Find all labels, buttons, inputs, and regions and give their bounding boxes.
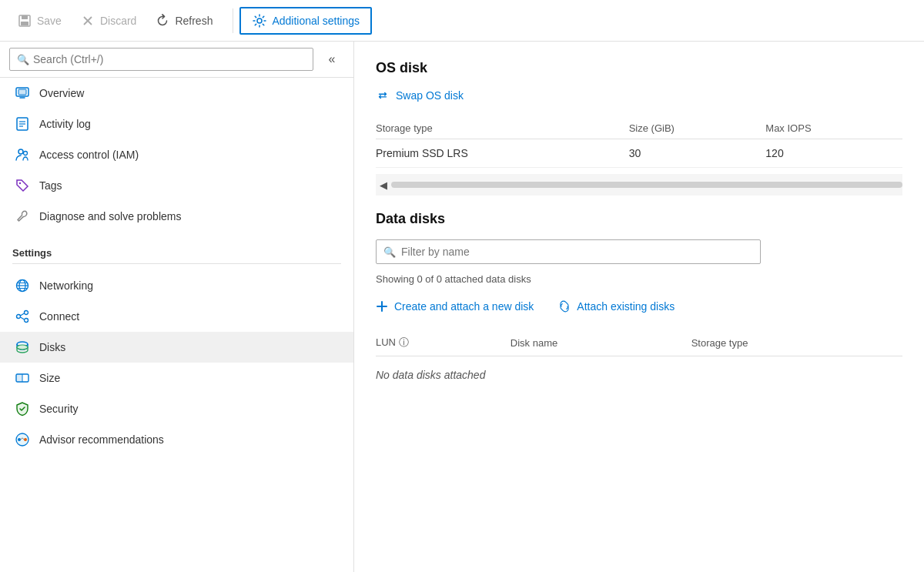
security-icon <box>15 401 30 416</box>
os-disk-table: Storage type Size (GiB) Max IOPS Premium… <box>376 118 902 168</box>
wrench-icon <box>15 209 30 224</box>
sidebar-item-diagnose[interactable]: Diagnose and solve problems <box>0 201 353 232</box>
cell-max-iops: 120 <box>765 139 902 168</box>
svg-rect-31 <box>16 374 22 382</box>
sidebar-label-diagnose: Diagnose and solve problems <box>39 210 181 222</box>
settings-section-header: Settings <box>0 235 353 263</box>
discard-button[interactable]: Discard <box>72 8 144 33</box>
filter-input-wrap: 🔍 <box>376 239 902 264</box>
action-buttons: Create and attach a new disk Attach exis… <box>376 300 902 313</box>
filter-by-name-input[interactable] <box>376 239 761 264</box>
sidebar-item-connect[interactable]: Connect <box>0 301 353 332</box>
sidebar-label-security: Security <box>39 403 79 415</box>
sidebar-item-networking[interactable]: Networking <box>0 270 353 301</box>
data-col-disk-name: Disk name <box>511 331 691 356</box>
sidebar-label-size: Size <box>39 372 60 384</box>
sidebar-label-connect: Connect <box>39 310 79 323</box>
toolbar: Save Discard Refresh Additional settings <box>0 0 924 42</box>
svg-point-24 <box>25 319 28 323</box>
search-input[interactable] <box>9 48 313 71</box>
refresh-icon <box>155 13 170 28</box>
scroll-left-button[interactable]: ◀ <box>376 177 391 192</box>
cell-storage-type: Premium SSD LRS <box>376 139 629 168</box>
svg-point-14 <box>18 149 23 154</box>
sidebar-label-advisor: Advisor recommendations <box>39 433 164 446</box>
col-size: Size (GiB) <box>629 118 766 139</box>
os-disk-title: OS disk <box>376 60 902 76</box>
no-disks-text: No data disks attached <box>376 356 902 394</box>
data-disks-table: LUN ⓘ Disk name Storage type No data dis… <box>376 331 902 393</box>
sidebar-item-access-control[interactable]: Access control (IAM) <box>0 139 353 170</box>
create-attach-disk-button[interactable]: Create and attach a new disk <box>376 300 534 313</box>
svg-rect-1 <box>22 15 28 19</box>
sidebar: 🔍 « Overview <box>0 42 354 572</box>
attach-existing-disks-button[interactable]: Attach existing disks <box>558 300 675 313</box>
main-layout: 🔍 « Overview <box>0 42 924 572</box>
settings-divider <box>12 263 341 264</box>
svg-point-23 <box>25 311 28 315</box>
additional-settings-button[interactable]: Additional settings <box>239 7 372 35</box>
horizontal-scrollbar[interactable]: ◀ <box>376 174 902 196</box>
plus-icon <box>376 300 388 313</box>
data-disks-section: Data disks 🔍 Showing 0 of 0 attached dat… <box>376 211 902 393</box>
sidebar-label-networking: Networking <box>39 279 93 292</box>
data-col-storage-type: Storage type <box>691 331 902 356</box>
sidebar-label-activity-log: Activity log <box>39 118 91 130</box>
sidebar-label-disks: Disks <box>39 341 65 353</box>
svg-line-26 <box>21 317 25 319</box>
monitor-icon <box>15 85 30 101</box>
sidebar-item-tags[interactable]: Tags <box>0 170 353 201</box>
sidebar-label-tags: Tags <box>39 179 62 192</box>
nav-items: Overview Activity log <box>0 78 353 232</box>
sidebar-label-overview: Overview <box>39 87 84 99</box>
scrollbar-track[interactable] <box>391 182 902 188</box>
save-button[interactable]: Save <box>9 8 69 33</box>
discard-icon <box>80 13 95 28</box>
svg-point-15 <box>24 152 28 156</box>
sidebar-item-advisor[interactable]: Advisor recommendations <box>0 424 353 455</box>
svg-rect-2 <box>21 22 28 25</box>
data-col-lun: LUN ⓘ <box>376 331 511 356</box>
connect-icon <box>15 309 30 324</box>
collapse-sidebar-button[interactable]: « <box>320 49 344 70</box>
content-area: OS disk Swap OS disk Storage type Size (… <box>354 42 924 572</box>
sidebar-item-disks[interactable]: Disks <box>0 332 353 363</box>
gear-icon <box>252 13 267 28</box>
table-row: Premium SSD LRS 30 120 <box>376 139 902 168</box>
activity-icon <box>15 116 30 132</box>
col-max-iops: Max IOPS <box>765 118 902 139</box>
data-disks-title: Data disks <box>376 211 902 227</box>
sidebar-item-security[interactable]: Security <box>0 393 353 424</box>
svg-point-5 <box>257 18 262 23</box>
search-bar: 🔍 « <box>0 42 353 78</box>
search-icon: 🔍 <box>17 54 29 65</box>
sidebar-label-access-control: Access control (IAM) <box>39 149 139 161</box>
size-icon <box>15 370 30 386</box>
swap-icon <box>376 89 390 102</box>
disks-icon <box>15 340 30 355</box>
no-disks-row: No data disks attached <box>376 356 902 394</box>
svg-line-25 <box>21 313 25 316</box>
settings-items: Networking Connect <box>0 270 353 455</box>
save-icon <box>17 13 32 28</box>
toolbar-actions: Save Discard Refresh <box>9 8 233 33</box>
svg-point-22 <box>17 315 21 319</box>
network-icon <box>15 278 30 293</box>
svg-point-16 <box>19 182 21 184</box>
cell-size: 30 <box>629 139 766 168</box>
sidebar-item-overview[interactable]: Overview <box>0 78 353 109</box>
os-disk-section: OS disk Swap OS disk Storage type Size (… <box>376 60 902 196</box>
svg-point-28 <box>17 345 28 350</box>
attach-icon <box>558 300 571 313</box>
sidebar-item-activity-log[interactable]: Activity log <box>0 109 353 139</box>
advisor-icon <box>15 432 30 447</box>
tag-icon <box>15 178 30 193</box>
svg-rect-7 <box>18 89 26 95</box>
people-icon <box>15 147 30 162</box>
swap-os-disk-button[interactable]: Swap OS disk <box>376 89 464 102</box>
showing-text: Showing 0 of 0 attached data disks <box>376 273 902 285</box>
svg-point-33 <box>18 438 21 441</box>
refresh-button[interactable]: Refresh <box>147 8 220 33</box>
sidebar-item-size[interactable]: Size <box>0 363 353 393</box>
filter-search-icon: 🔍 <box>383 246 396 258</box>
